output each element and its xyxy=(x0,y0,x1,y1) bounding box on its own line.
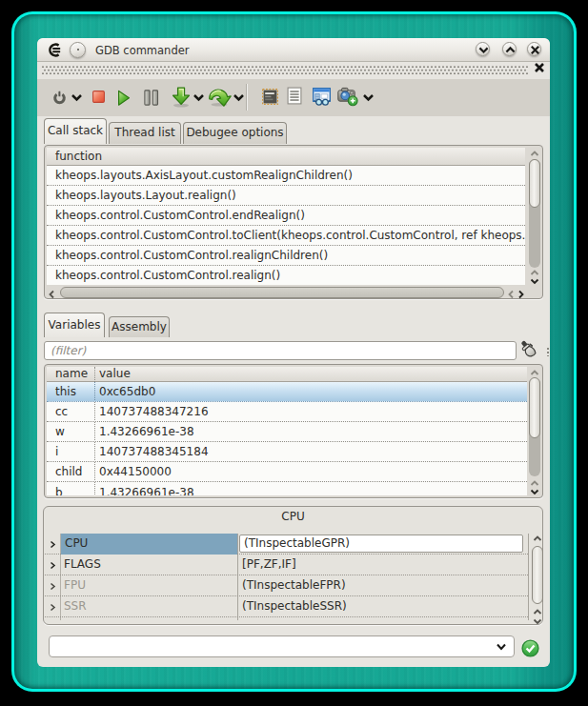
maximize-button[interactable] xyxy=(502,42,517,56)
debugee-options-button[interactable] xyxy=(262,89,278,105)
filter-input[interactable] xyxy=(44,341,517,360)
clear-filter-brush-icon[interactable] xyxy=(519,340,539,360)
callstack-hscrollbar[interactable] xyxy=(47,287,525,299)
cpu-row-name[interactable]: CPU xyxy=(61,534,237,555)
splitter-grip-dots[interactable] xyxy=(547,347,549,356)
step-button[interactable] xyxy=(171,87,192,108)
callstack-vscrollbar[interactable] xyxy=(527,148,542,287)
watch-dropdown-chevron-icon[interactable] xyxy=(362,93,375,102)
cpu-grid: CPU (TInspectableGPR) FLAGS [PF,ZF,IF] F… xyxy=(45,534,529,620)
scroll-up-icon[interactable] xyxy=(533,535,542,542)
scroll-thumb[interactable] xyxy=(60,287,504,298)
scroll-up-icon[interactable] xyxy=(530,480,539,487)
variables-vscrollbar[interactable] xyxy=(527,367,542,497)
continue-button[interactable] xyxy=(208,87,233,107)
callstack-row[interactable]: kheops.control.CustomControl.toClient(kh… xyxy=(47,226,525,246)
minimize-button[interactable] xyxy=(476,42,490,56)
callstack-row[interactable]: kheops.control.CustomControl.realign() xyxy=(47,266,525,285)
scroll-thumb[interactable] xyxy=(529,159,540,208)
scroll-down-icon[interactable] xyxy=(533,618,542,625)
cpu-row-name[interactable]: SSR xyxy=(64,596,87,616)
variable-name: child xyxy=(55,462,83,481)
variables-header-name: name xyxy=(55,367,88,381)
output-button[interactable] xyxy=(287,87,302,105)
scroll-down-icon[interactable] xyxy=(530,278,539,285)
power-button[interactable] xyxy=(52,91,67,105)
play-button[interactable] xyxy=(117,90,131,107)
column-separator-line xyxy=(94,462,95,482)
cpu-row-name[interactable]: FPU xyxy=(64,575,86,595)
cpu-vscrollbar[interactable] xyxy=(531,534,544,621)
scroll-left-icon[interactable] xyxy=(49,290,55,299)
variable-value: 140737488347216 xyxy=(99,402,209,421)
variables-row[interactable]: cc 140737488347216 xyxy=(47,402,527,422)
send-command-button[interactable] xyxy=(521,639,539,657)
tab-assembly[interactable]: Assembly xyxy=(109,316,170,337)
close-window-button[interactable] xyxy=(527,42,541,56)
cpu-row-value: (TInspectableSSR) xyxy=(242,596,347,616)
callstack-row[interactable]: kheops.control.CustomControl.realignChil… xyxy=(47,246,525,266)
variables-row[interactable]: child 0x44150000 xyxy=(47,462,527,482)
gdb-command-combobox[interactable] xyxy=(49,635,515,657)
add-watch-button[interactable] xyxy=(337,87,358,107)
variables-row-selected[interactable]: this 0xc65db0 xyxy=(47,382,527,402)
variable-value: 1.43266961e-38 xyxy=(99,482,194,495)
cpu-row-fpu[interactable]: FPU (TInspectableFPR) xyxy=(45,575,528,596)
stop-button[interactable] xyxy=(92,91,105,103)
variables-row[interactable]: w 1.43266961e-38 xyxy=(47,422,527,442)
step-dropdown-chevron-icon[interactable] xyxy=(193,93,205,102)
callstack-row-text: kheops.control.CustomControl.endRealign(… xyxy=(47,206,525,225)
close-icon xyxy=(530,45,540,55)
variables-row[interactable]: b 1.43266961e-38 xyxy=(47,482,527,495)
variables-row[interactable]: i 140737488345184 xyxy=(47,442,527,462)
tab-call-stack[interactable]: Call stack xyxy=(44,118,107,144)
expand-arrow-icon[interactable] xyxy=(50,582,56,591)
scroll-left-icon[interactable] xyxy=(508,290,515,299)
cpu-row-ssr[interactable]: SSR (TInspectableSSR) xyxy=(45,596,528,617)
pause-button[interactable] xyxy=(144,90,159,106)
variable-name: i xyxy=(55,442,58,461)
cpu-row-name[interactable]: FLAGS xyxy=(64,555,101,575)
power-dropdown-chevron-icon[interactable] xyxy=(71,93,83,102)
cpu-groupbox: CPU CPU (TInspectableGPR) FLAGS [PF,ZF,I… xyxy=(43,506,543,625)
tab-thread-list[interactable]: Thread list xyxy=(109,122,181,144)
cpu-row-value-editor[interactable]: (TInspectableGPR) xyxy=(239,535,523,553)
watch-window-button[interactable] xyxy=(313,88,332,106)
window-content: GDB commander xyxy=(37,38,550,667)
titlebar-menu-button[interactable] xyxy=(70,42,86,58)
scroll-down-icon[interactable] xyxy=(530,489,539,495)
scroll-up-icon[interactable] xyxy=(533,609,542,615)
callstack-row[interactable]: kheops.layouts.Layout.realign() xyxy=(47,186,525,206)
callstack-header: function xyxy=(47,148,525,166)
titlebar[interactable]: GDB commander xyxy=(37,38,550,62)
callstack-row[interactable]: kheops.layouts.AxisLayout.customRealignC… xyxy=(47,166,525,186)
tab-debugee-options[interactable]: Debugee options xyxy=(183,122,287,144)
variables-panel: name value this 0xc65db0 cc 140737488347… xyxy=(44,364,543,498)
cpu-row-value: (TInspectableFPR) xyxy=(242,575,346,595)
column-separator-line xyxy=(94,402,95,422)
scroll-up-icon[interactable] xyxy=(530,270,539,276)
scroll-up-icon[interactable] xyxy=(530,370,539,376)
dock-close-icon[interactable] xyxy=(533,61,546,74)
expand-arrow-icon[interactable] xyxy=(50,561,56,570)
continue-dropdown-chevron-icon[interactable] xyxy=(233,93,245,102)
combo-dropdown-chevron-icon[interactable] xyxy=(496,643,507,651)
cpu-row-flags[interactable]: FLAGS [PF,ZF,IF] xyxy=(45,555,528,575)
variables-table: name value this 0xc65db0 cc 140737488347… xyxy=(47,367,527,495)
dock-header[interactable] xyxy=(37,63,550,79)
callstack-row-text: kheops.control.CustomControl.toClient(kh… xyxy=(47,226,525,245)
callstack-row-text: kheops.layouts.AxisLayout.customRealignC… xyxy=(47,166,525,185)
scroll-thumb[interactable] xyxy=(532,546,543,604)
scroll-right-icon[interactable] xyxy=(517,290,524,299)
column-separator-line xyxy=(94,482,95,494)
dock-grip-dots[interactable] xyxy=(42,66,528,75)
scroll-thumb[interactable] xyxy=(529,377,540,438)
callstack-row[interactable]: kheops.control.CustomControl.endRealign(… xyxy=(47,206,525,226)
column-separator[interactable] xyxy=(94,367,95,382)
expand-arrow-icon[interactable] xyxy=(50,603,56,612)
tab-variables[interactable]: Variables xyxy=(44,313,105,337)
variable-value: 1.43266961e-38 xyxy=(99,422,194,441)
scroll-up-icon[interactable] xyxy=(530,151,539,157)
expand-arrow-icon[interactable] xyxy=(50,540,56,549)
cpu-row-cpu[interactable]: CPU (TInspectableGPR) xyxy=(45,534,528,555)
